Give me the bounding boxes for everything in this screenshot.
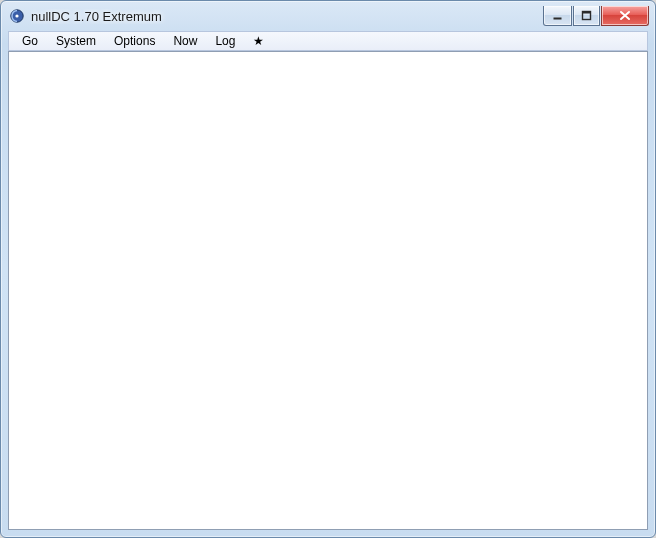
titlebar[interactable]: nullDC 1.70 Extremum bbox=[1, 1, 655, 31]
svg-rect-4 bbox=[583, 12, 591, 14]
menu-go[interactable]: Go bbox=[13, 32, 47, 50]
minimize-button[interactable] bbox=[543, 6, 572, 26]
menu-star[interactable]: ★ bbox=[244, 32, 273, 50]
menu-options[interactable]: Options bbox=[105, 32, 164, 50]
menu-system[interactable]: System bbox=[47, 32, 105, 50]
maximize-icon bbox=[581, 10, 592, 21]
window-title: nullDC 1.70 Extremum bbox=[31, 9, 543, 24]
close-icon bbox=[619, 10, 631, 21]
minimize-icon bbox=[552, 10, 563, 21]
menu-log[interactable]: Log bbox=[206, 32, 244, 50]
menubar: Go System Options Now Log ★ bbox=[8, 31, 648, 51]
window-controls bbox=[543, 6, 649, 26]
client-area bbox=[8, 51, 648, 530]
app-icon bbox=[9, 8, 25, 24]
close-button[interactable] bbox=[601, 6, 649, 26]
app-window: nullDC 1.70 Extremum Go System bbox=[0, 0, 656, 538]
svg-point-1 bbox=[15, 14, 18, 17]
svg-rect-2 bbox=[554, 18, 562, 20]
menu-now[interactable]: Now bbox=[164, 32, 206, 50]
maximize-button[interactable] bbox=[573, 6, 600, 26]
